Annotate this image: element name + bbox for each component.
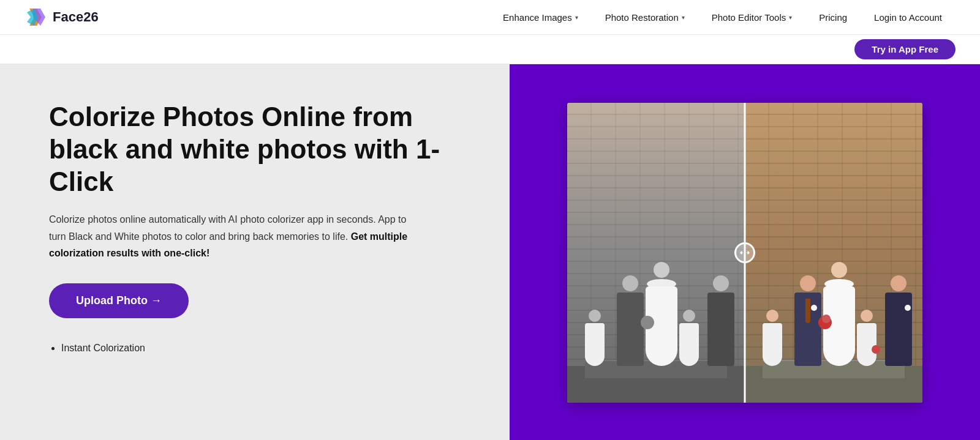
feature-item: Instant Colorization <box>61 343 473 354</box>
navbar-second-row: Try in App Free <box>0 34 980 64</box>
photo-comparison <box>567 103 922 403</box>
photo-color-half <box>745 103 922 403</box>
upload-photo-button[interactable]: Upload Photo → <box>49 283 189 318</box>
logo-icon <box>24 6 47 28</box>
logo-area[interactable]: Face26 <box>24 6 99 28</box>
hero-right-panel <box>510 64 980 440</box>
comparison-handle[interactable] <box>734 242 755 263</box>
hero-left-panel: Colorize Photos Online from black and wh… <box>0 64 510 440</box>
chevron-down-icon: ▾ <box>789 14 792 21</box>
nav-links: Enhance Images ▾ Photo Restoration ▾ Pho… <box>489 0 956 34</box>
brand-name: Face26 <box>53 9 99 25</box>
chevron-down-icon: ▾ <box>682 14 685 21</box>
hero-title: Colorize Photos Online from black and wh… <box>49 101 473 198</box>
feature-list: Instant Colorization <box>49 343 473 357</box>
nav-enhance-images[interactable]: Enhance Images ▾ <box>489 0 592 34</box>
arrows-icon <box>740 248 750 258</box>
nav-photo-restoration[interactable]: Photo Restoration ▾ <box>592 0 698 34</box>
nav-login[interactable]: Login to Account <box>861 0 956 34</box>
navbar: Face26 Enhance Images ▾ Photo Restoratio… <box>0 0 980 64</box>
photo-bw-half <box>567 103 745 403</box>
try-free-button[interactable]: Try in App Free <box>854 39 956 59</box>
hero-subtitle: Colorize photos online automatically wit… <box>49 211 417 261</box>
nav-photo-editor-tools[interactable]: Photo Editor Tools ▾ <box>698 0 805 34</box>
hero-section: Colorize Photos Online from black and wh… <box>0 64 980 440</box>
chevron-down-icon: ▾ <box>575 14 578 21</box>
nav-pricing[interactable]: Pricing <box>805 0 861 34</box>
